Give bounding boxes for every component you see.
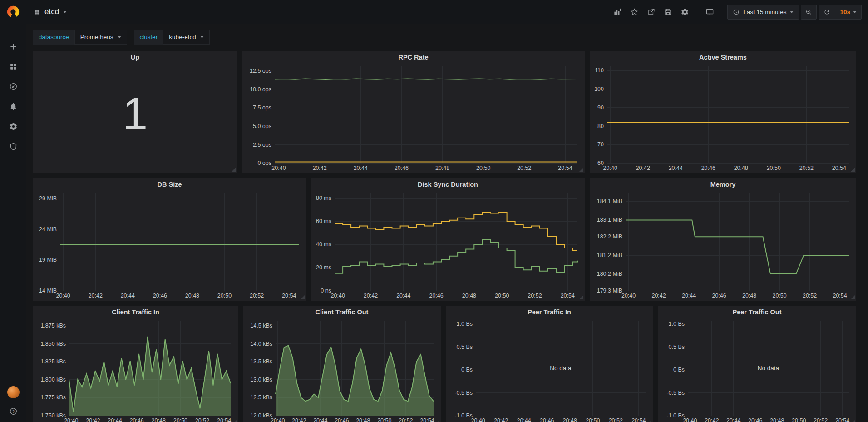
panel-title[interactable]: Peer Traffic Out [658,306,856,318]
svg-text:20:40: 20:40 [683,417,697,422]
svg-text:20:50: 20:50 [173,417,187,422]
svg-text:1.0 Bs: 1.0 Bs [457,321,473,327]
panel-title[interactable]: Disk Sync Duration [311,178,585,190]
svg-text:20:52: 20:52 [609,417,623,422]
variable-cluster[interactable]: cluster kube-etcd [134,30,210,45]
panel-title[interactable]: DB Size [33,178,306,190]
panel-title[interactable]: Peer Traffic In [446,306,653,318]
svg-text:-0.5 Bs: -0.5 Bs [454,390,473,396]
svg-text:14.5 kBs: 14.5 kBs [250,323,272,329]
grafana-logo[interactable] [0,0,26,24]
dashboard-title-button[interactable]: etcd [30,5,70,19]
panel-active-streams: Active Streams 1101009080706020:4020:422… [590,51,856,173]
sidebar-item-server-admin[interactable] [3,139,23,154]
variable-value-dropdown[interactable]: Prometheus [74,30,127,45]
svg-text:14.0 kBs: 14.0 kBs [250,341,272,347]
svg-text:20:52: 20:52 [803,293,817,299]
svg-text:0 ns: 0 ns [321,288,331,294]
svg-text:0 ops: 0 ops [257,160,271,166]
svg-text:20:52: 20:52 [399,417,413,422]
grafana-app: ? etcd [0,0,868,422]
zoom-out-button[interactable] [801,5,817,20]
panel-title[interactable]: Client Traffic In [33,306,238,318]
time-range-picker[interactable]: Last 15 minutes [727,5,799,20]
svg-text:-1.0 Bs: -1.0 Bs [454,412,473,419]
svg-text:1.825 kBs: 1.825 kBs [40,358,66,365]
sidebar-item-create[interactable] [3,39,23,54]
peer-traffic-out-chart[interactable]: 1.0 Bs0.5 Bs0 Bs-0.5 Bs-1.0 Bs20:4020:42… [660,318,854,422]
svg-text:181.2 MiB: 181.2 MiB [597,252,622,258]
svg-text:20:50: 20:50 [767,165,781,171]
svg-text:20:52: 20:52 [814,417,828,422]
svg-text:110: 110 [595,67,604,74]
db-size-chart[interactable]: 29 MiB24 MiB19 MiB14 MiB20:4020:4220:442… [35,190,304,300]
svg-text:12.5 kBs: 12.5 kBs [250,394,272,401]
svg-text:1.775 kBs: 1.775 kBs [40,394,66,401]
panel-title[interactable]: Active Streams [590,51,856,63]
client-traffic-in-chart[interactable]: 1.875 kBs1.850 kBs1.825 kBs1.800 kBs1.77… [35,318,236,422]
sidebar-item-alerting[interactable] [3,99,23,114]
svg-text:14 MiB: 14 MiB [39,288,57,294]
svg-text:20:46: 20:46 [129,417,143,422]
dashboard-row: Up 1 RPC Rate 12.5 ops10.0 ops7.5 ops5.0… [33,51,856,173]
panel-rpc-rate: RPC Rate 12.5 ops10.0 ops7.5 ops5.0 ops2… [242,51,585,173]
add-panel-button[interactable] [610,5,625,20]
share-dashboard-button[interactable] [644,5,659,20]
svg-text:20:48: 20:48 [734,165,748,171]
svg-text:20:48: 20:48 [185,293,199,299]
star-dashboard-button[interactable] [627,5,642,20]
stat-value: 1 [33,63,237,173]
variable-value: Prometheus [80,34,113,40]
variable-value-dropdown[interactable]: kube-etcd [163,30,209,45]
svg-text:20:42: 20:42 [292,417,306,422]
svg-text:20:52: 20:52 [250,293,264,299]
panel-title[interactable]: RPC Rate [242,51,585,63]
svg-text:20 ms: 20 ms [316,264,331,271]
panel-peer-traffic-in: Peer Traffic In 1.0 Bs0.5 Bs0 Bs-0.5 Bs-… [446,306,653,422]
save-dashboard-button[interactable] [661,5,676,20]
svg-text:20:46: 20:46 [335,417,349,422]
avatar [7,386,20,398]
svg-text:13.0 kBs: 13.0 kBs [250,377,272,383]
caret-down-icon [853,11,857,13]
svg-text:20:48: 20:48 [435,165,449,171]
client-traffic-out-chart[interactable]: 14.5 kBs14.0 kBs13.5 kBs13.0 kBs12.5 kBs… [245,318,439,422]
disk-sync-chart[interactable]: 80 ms60 ms40 ms20 ms0 ns20:4020:4220:442… [313,190,583,300]
svg-text:20:48: 20:48 [152,417,166,422]
sidebar-item-help[interactable]: ? [3,404,23,418]
sidebar-item-dashboards[interactable] [3,59,23,74]
peer-traffic-in-chart[interactable]: 1.0 Bs0.5 Bs0 Bs-0.5 Bs-1.0 Bs20:4020:42… [448,318,651,422]
save-icon [664,8,672,16]
svg-text:20:42: 20:42 [89,293,103,299]
svg-text:20:46: 20:46 [748,417,762,422]
refresh-button[interactable] [819,5,835,19]
panel-title[interactable]: Memory [590,178,856,190]
sidebar-item-profile[interactable] [3,385,23,399]
variable-label: cluster [134,30,163,45]
active-streams-chart[interactable]: 1101009080706020:4020:4220:4420:4620:482… [592,63,854,172]
sidebar-item-explore[interactable] [3,79,23,94]
panel-title[interactable]: Client Traffic Out [243,306,441,318]
svg-text:179.3 MiB: 179.3 MiB [597,288,622,294]
svg-text:80: 80 [597,123,604,129]
svg-text:1.0 Bs: 1.0 Bs [669,321,685,327]
gear-icon [9,122,18,131]
plus-icon [9,42,18,51]
memory-chart[interactable]: 184.1 MiB183.1 MiB182.2 MiB181.2 MiB180.… [592,190,854,300]
svg-text:20:46: 20:46 [153,293,167,299]
template-variables-row: datasource Prometheus cluster kube-etcd [26,24,868,51]
variable-datasource[interactable]: datasource Prometheus [33,30,127,45]
dashboard-settings-button[interactable] [677,5,692,20]
panel-title[interactable]: Up [33,51,237,63]
svg-text:20:46: 20:46 [540,417,554,422]
svg-text:20:44: 20:44 [313,417,327,422]
svg-text:70: 70 [597,141,604,148]
bell-icon [9,102,18,111]
star-icon [630,8,639,16]
sidebar-item-configuration[interactable] [3,119,23,134]
rpc-rate-chart[interactable]: 12.5 ops10.0 ops7.5 ops5.0 ops2.5 ops0 o… [244,63,583,172]
refresh-interval-picker[interactable]: 10s [835,5,861,19]
tv-mode-button[interactable] [702,5,717,20]
svg-text:No data: No data [758,365,779,372]
sidebar-menu [3,39,23,154]
